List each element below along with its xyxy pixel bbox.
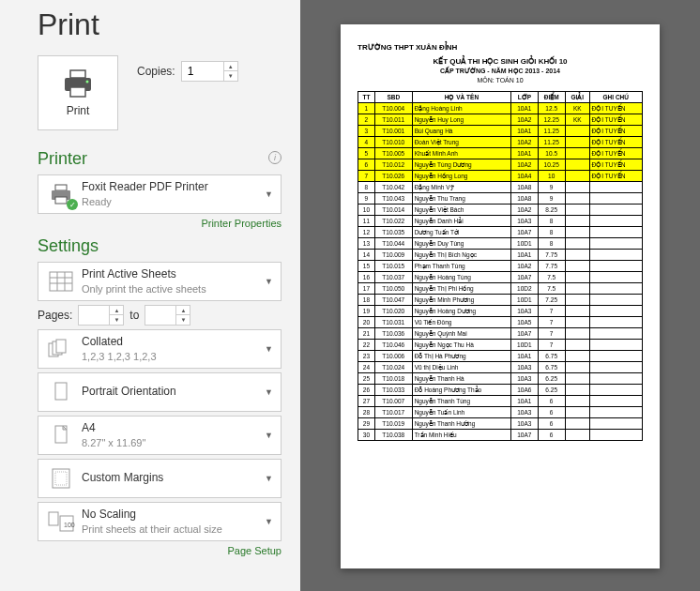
page-setup-link[interactable]: Page Setup	[38, 545, 282, 556]
chevron-down-icon: ▼	[265, 387, 273, 397]
print-button[interactable]: Print	[38, 55, 118, 130]
scaling-dropdown[interactable]: 100 No ScalingPrint sheets at their actu…	[38, 502, 282, 541]
paper-dropdown[interactable]: A48.27" x 11.69" ▼	[38, 416, 282, 455]
chevron-down-icon: ▼	[265, 277, 273, 286]
printer-section-header: Printer	[38, 149, 282, 169]
svg-rect-7	[50, 272, 72, 291]
page-title: Print	[38, 8, 282, 42]
svg-rect-4	[55, 185, 67, 190]
printer-name: Foxit Reader PDF Printer	[82, 180, 259, 195]
collate-icon	[46, 335, 76, 363]
spin-down[interactable]: ▼	[224, 71, 237, 81]
doc-title: KẾT QUẢ THI HỌC SINH GIỎI KHỐI 10	[358, 57, 643, 66]
spin-up[interactable]: ▲	[224, 62, 237, 71]
portrait-icon	[46, 378, 76, 406]
preview-pane: TRƯỜNG THPT XUÂN ĐỈNH KẾT QUẢ THI HỌC SI…	[300, 0, 700, 591]
print-what-dropdown[interactable]: Print Active SheetsOnly print the active…	[38, 262, 282, 301]
chevron-down-icon: ▼	[265, 189, 273, 199]
printer-dropdown[interactable]: Foxit Reader PDF PrinterReady ▼	[38, 174, 282, 214]
svg-text:100: 100	[64, 522, 75, 528]
svg-rect-0	[70, 70, 85, 78]
info-icon[interactable]: i	[268, 151, 282, 164]
svg-point-3	[86, 81, 89, 83]
sheets-icon	[46, 267, 76, 296]
orientation-dropdown[interactable]: Portrait Orientation ▼	[38, 372, 282, 412]
preview-page: TRƯỜNG THPT XUÂN ĐỈNH KẾT QUẢ THI HỌC SI…	[341, 24, 660, 568]
pages-label: Pages:	[38, 309, 72, 322]
margins-icon	[46, 464, 76, 492]
svg-rect-15	[55, 383, 67, 400]
doc-table: TTSBDHỌ VÀ TÊNLỚPĐIỂMGIẢIGHI CHÚ1T10.004…	[358, 91, 643, 441]
pages-from[interactable]: ▲▼	[78, 305, 124, 326]
margins-dropdown[interactable]: Custom Margins ▼	[38, 459, 282, 498]
copies-input[interactable]	[182, 63, 223, 80]
copies-spinner[interactable]: ▲▼	[181, 61, 238, 82]
svg-rect-2	[70, 87, 85, 97]
pages-to[interactable]: ▲▼	[145, 305, 190, 326]
scaling-icon: 100	[46, 508, 76, 536]
paper-icon	[46, 421, 76, 449]
chevron-down-icon: ▼	[265, 344, 273, 354]
printer-status: Ready	[82, 195, 259, 208]
svg-rect-6	[55, 197, 67, 204]
printer-icon	[61, 68, 95, 98]
settings-section-header: Settings	[38, 236, 282, 256]
doc-school: TRƯỜNG THPT XUÂN ĐỈNH	[358, 43, 643, 52]
printer-status-icon	[46, 180, 76, 208]
copies-label: Copies:	[137, 65, 175, 78]
svg-rect-14	[56, 340, 66, 353]
chevron-down-icon: ▼	[265, 517, 273, 526]
chevron-down-icon: ▼	[265, 431, 273, 440]
print-button-label: Print	[67, 104, 90, 117]
printer-properties-link[interactable]: Printer Properties	[38, 218, 282, 229]
svg-rect-19	[49, 512, 58, 525]
chevron-down-icon: ▼	[265, 474, 273, 483]
collate-dropdown[interactable]: Collated1,2,3 1,2,3 1,2,3 ▼	[38, 329, 282, 369]
pages-to-label: to	[129, 309, 139, 322]
